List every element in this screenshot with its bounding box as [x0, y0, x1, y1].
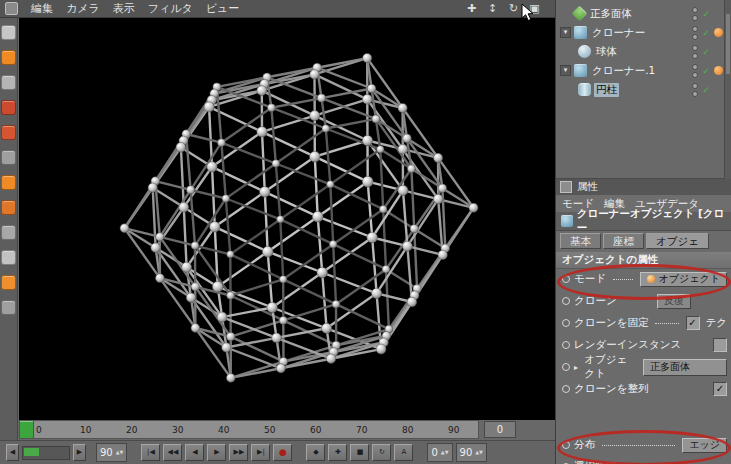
- toolbar-tool-icon[interactable]: [1, 150, 16, 165]
- timeline-ruler[interactable]: 0 10 20 30 40 50 60 70 80 90: [19, 420, 479, 439]
- record-rotation-button[interactable]: ↻: [372, 444, 391, 461]
- object-link-field[interactable]: 正多面体: [643, 359, 727, 376]
- timeline-playhead[interactable]: [20, 421, 34, 438]
- current-frame-field[interactable]: 0: [484, 421, 516, 438]
- record-position-button[interactable]: ✚: [328, 444, 347, 461]
- toolbar-tool-icon[interactable]: [1, 250, 16, 265]
- object-row-cloner1[interactable]: ▾ クローナー.1 ✓: [556, 61, 731, 80]
- prev-key-button[interactable]: ◀◀: [163, 444, 182, 461]
- mograph-tag-icon[interactable]: [714, 28, 723, 37]
- toolbar-tool-icon[interactable]: [1, 125, 16, 140]
- enable-check-icon[interactable]: ✓: [700, 85, 712, 95]
- preview-range-slider[interactable]: [22, 446, 70, 460]
- prev-frame-button[interactable]: ◀: [185, 444, 204, 461]
- object-row-platonic[interactable]: 正多面体 ✓: [556, 4, 731, 23]
- fix-clone-checkbox[interactable]: ✓: [686, 316, 700, 330]
- max-frame-field[interactable]: 90 ▲▼: [96, 443, 127, 462]
- object-label[interactable]: クローナー: [590, 26, 647, 40]
- expand-toggle-icon[interactable]: ▾: [560, 65, 571, 76]
- object-row-cloner[interactable]: ▾ クローナー ✓: [556, 23, 731, 42]
- clones-dropdown[interactable]: 反復: [657, 294, 691, 309]
- toolbar-tool-icon[interactable]: [1, 300, 16, 315]
- animation-dot-icon[interactable]: [562, 341, 570, 349]
- goto-end-button[interactable]: ▶|: [251, 444, 270, 461]
- toolbar-tool-icon[interactable]: [1, 275, 16, 290]
- menu-view[interactable]: ビュー: [206, 1, 240, 16]
- range-end-field[interactable]: 90 ▲▼: [456, 443, 487, 462]
- distribution-dropdown[interactable]: エッジ: [682, 438, 727, 453]
- attribute-panel-header: 属性: [556, 179, 731, 196]
- viewport-nav-icons: ✚ ↕ ↻ ▣: [465, 2, 555, 15]
- layer-dots-icon[interactable]: [692, 45, 698, 59]
- clipped-column-text: テク: [706, 316, 728, 330]
- spinner-arrows-icon[interactable]: ▲▼: [441, 450, 449, 455]
- toolbar-tool-icon[interactable]: [1, 100, 16, 115]
- layer-dots-icon[interactable]: [692, 26, 698, 40]
- attribute-tabs: 基本 座標 オブジェ: [556, 230, 731, 252]
- ruler-tick: 60: [310, 425, 321, 435]
- attribute-object-title: クローナーオブジェクト [クロー: [556, 212, 731, 231]
- toolbar-tool-icon[interactable]: [1, 75, 16, 90]
- ruler-tick: 50: [264, 425, 275, 435]
- tab-coordinates[interactable]: 座標: [603, 233, 644, 249]
- object-label[interactable]: 球体: [594, 45, 619, 59]
- goto-start-button[interactable]: |◀: [141, 444, 160, 461]
- object-label[interactable]: 正多面体: [588, 7, 634, 21]
- record-button[interactable]: ●: [273, 444, 292, 461]
- animation-toolbar: ◀ ▶ 90 ▲▼ |◀ ◀◀ ◀ ▶ ▶▶ ▶| ● ◆ ✚ ■ ↻ A 0 …: [0, 440, 555, 464]
- object-label[interactable]: クローナー.1: [590, 64, 657, 78]
- menu-filter[interactable]: フィルタ: [148, 1, 193, 16]
- object-label-selected[interactable]: 円柱: [594, 83, 619, 97]
- object-mode-icon: [647, 275, 655, 283]
- animation-dot-icon[interactable]: [562, 441, 570, 449]
- next-frame-button[interactable]: ▶▶: [229, 444, 248, 461]
- mode-dropdown[interactable]: オブジェクト: [640, 272, 727, 287]
- animation-dot-icon[interactable]: [562, 297, 570, 305]
- rotate-view-icon[interactable]: ↻: [507, 2, 520, 15]
- toolbar-tool-icon[interactable]: [1, 175, 16, 190]
- range-scroll-left-button[interactable]: ◀: [6, 444, 19, 461]
- range-scroll-right-button[interactable]: ▶: [73, 444, 86, 461]
- disclosure-triangle-icon[interactable]: ▸: [574, 363, 580, 372]
- animation-dot-icon[interactable]: [562, 275, 570, 283]
- toolbar-tool-icon[interactable]: [1, 225, 16, 240]
- menu-display[interactable]: 表示: [113, 1, 135, 16]
- range-start-field[interactable]: 0 ▲▼: [427, 443, 452, 462]
- tab-object[interactable]: オブジェ: [646, 233, 709, 249]
- layer-dots-icon[interactable]: [692, 64, 698, 78]
- pan-view-icon[interactable]: ✚: [465, 2, 478, 15]
- spinner-arrows-icon[interactable]: ▲▼: [116, 450, 124, 455]
- tab-basic[interactable]: 基本: [560, 233, 601, 249]
- layer-dots-icon[interactable]: [692, 7, 698, 21]
- object-row-cylinder[interactable]: 円柱 ✓: [556, 80, 731, 99]
- mograph-tag-icon[interactable]: [714, 66, 723, 75]
- play-button[interactable]: ▶: [207, 444, 226, 461]
- autokey-button[interactable]: A: [394, 444, 413, 461]
- toolbar-tool-icon[interactable]: [1, 50, 16, 65]
- enable-check-icon[interactable]: ✓: [700, 9, 712, 19]
- preview-range-thumb[interactable]: [24, 448, 39, 456]
- menu-edit[interactable]: 編集: [31, 1, 53, 16]
- object-row-sphere[interactable]: 球体 ✓: [556, 42, 731, 61]
- enable-check-icon[interactable]: ✓: [700, 47, 712, 57]
- record-scale-button[interactable]: ■: [350, 444, 369, 461]
- object-manager-scrollbar[interactable]: [724, 0, 731, 179]
- spinner-arrows-icon[interactable]: ▲▼: [475, 450, 483, 455]
- zoom-view-icon[interactable]: ↕: [486, 2, 499, 15]
- viewport[interactable]: [19, 18, 555, 420]
- align-clone-checkbox[interactable]: ✓: [713, 382, 727, 396]
- enable-check-icon[interactable]: ✓: [700, 28, 712, 38]
- enable-check-icon[interactable]: ✓: [700, 66, 712, 76]
- render-instance-checkbox[interactable]: [713, 338, 727, 352]
- record-keyframe-button[interactable]: ◆: [306, 444, 325, 461]
- animation-dot-icon[interactable]: [562, 385, 570, 393]
- expand-toggle-icon[interactable]: ▾: [560, 27, 571, 38]
- toolbar-tool-icon[interactable]: [1, 200, 16, 215]
- layer-dots-icon[interactable]: [692, 83, 698, 97]
- viewport-menu-icon[interactable]: [5, 2, 18, 15]
- toggle-view-icon[interactable]: ▣: [528, 2, 541, 15]
- animation-dot-icon[interactable]: [562, 319, 570, 327]
- toolbar-tool-icon[interactable]: [1, 25, 16, 40]
- animation-dot-icon[interactable]: [562, 363, 570, 371]
- menu-camera[interactable]: カメラ: [66, 1, 100, 16]
